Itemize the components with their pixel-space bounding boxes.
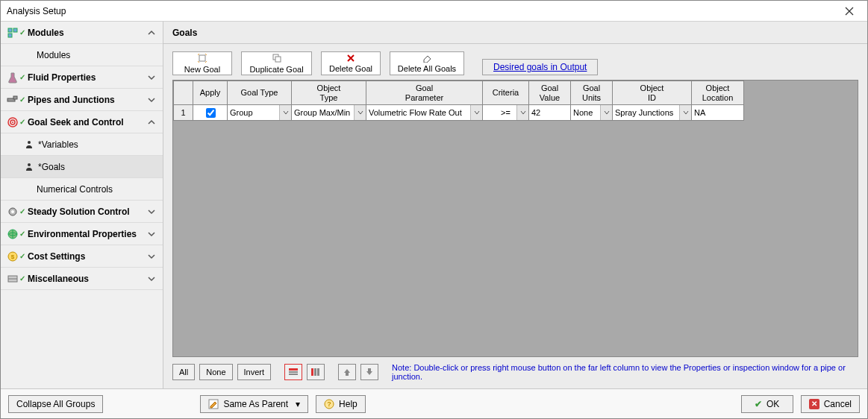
bottom-bar: Collapse All Groups Same As Parent ▾ ? H… <box>1 388 867 418</box>
col-header-criteria[interactable]: Criteria <box>483 81 529 105</box>
svg-text:$: $ <box>11 253 15 260</box>
ok-button[interactable]: ✔ OK <box>741 395 793 413</box>
select-none-button[interactable]: None <box>199 364 232 380</box>
col-header-goal-units[interactable]: GoalUnits <box>571 81 613 105</box>
sidebar-group-steady-solution[interactable]: ✓ Steady Solution Control <box>1 201 163 223</box>
flask-icon: ✓ <box>7 72 28 84</box>
highlight-row-button[interactable] <box>284 364 302 380</box>
col-header-object-location[interactable]: ObjectLocation <box>692 81 744 105</box>
sidebar-group-label: Miscellaneous <box>28 274 146 284</box>
sidebar-group-goal-seek[interactable]: ✓ Goal Seek and Control <box>1 111 163 133</box>
svg-rect-4 <box>13 96 17 99</box>
chevron-down-icon[interactable] <box>679 105 691 120</box>
cell-goal-value[interactable]: 42 <box>529 105 571 121</box>
row-index[interactable]: 1 <box>174 105 193 121</box>
chevron-down-icon[interactable] <box>470 105 482 120</box>
cancel-button[interactable]: ✕ Cancel <box>801 395 860 413</box>
svg-rect-19 <box>275 57 281 62</box>
cell-object-location[interactable]: NA <box>692 105 744 121</box>
button-label: Same As Parent <box>223 399 288 409</box>
duplicate-goal-button[interactable]: Duplicate Goal <box>241 51 312 75</box>
column-icon <box>310 368 321 377</box>
sidebar-group-label: Goal Seek and Control <box>28 117 146 127</box>
check-icon: ✓ <box>19 230 25 238</box>
sidebar-group-label: Cost Settings <box>28 251 146 262</box>
chevron-down-icon <box>146 72 157 83</box>
delete-all-goals-button[interactable]: Delete All Goals <box>390 51 464 75</box>
close-button[interactable] <box>837 3 861 19</box>
desired-goals-link[interactable]: Desired goals in Output <box>482 59 598 75</box>
chevron-down-icon[interactable] <box>516 105 528 120</box>
select-all-button[interactable]: All <box>172 364 195 380</box>
cell-criteria[interactable]: >= <box>483 105 529 121</box>
sidebar-group-environmental[interactable]: ✓ Environmental Properties <box>1 223 163 245</box>
cell-object-id[interactable]: Spray Junctions <box>613 105 692 121</box>
titlebar: Analysis Setup <box>1 1 867 22</box>
cell-apply[interactable] <box>193 105 228 121</box>
col-header-goal-parameter[interactable]: GoalParameter <box>366 81 483 105</box>
cell-goal-parameter[interactable]: Volumetric Flow Rate Out <box>366 105 483 121</box>
highlight-column-button[interactable] <box>307 364 325 380</box>
col-header-goal-value[interactable]: GoalValue <box>529 81 571 105</box>
sidebar-item-variables[interactable]: *Variables <box>1 133 163 156</box>
sidebar-item-modules[interactable]: Modules <box>1 44 163 66</box>
sidebar-group-fluid-properties[interactable]: ✓ Fluid Properties <box>1 66 163 89</box>
sidebar-group-cost[interactable]: $ ✓ Cost Settings <box>1 245 163 268</box>
delete-goal-button[interactable]: Delete Goal <box>321 51 381 75</box>
chevron-down-icon[interactable] <box>279 105 291 120</box>
apply-checkbox[interactable] <box>206 108 216 118</box>
cell-goal-type[interactable]: Group <box>228 105 292 121</box>
person-icon <box>25 163 38 171</box>
sidebar-group-label: Modules <box>28 28 146 38</box>
invert-selection-button[interactable]: Invert <box>237 364 272 380</box>
new-goal-button[interactable]: New Goal <box>172 51 232 75</box>
collapse-all-groups-button[interactable]: Collapse All Groups <box>8 395 103 413</box>
chevron-up-icon <box>146 117 157 127</box>
col-header-goal-type[interactable]: Goal Type <box>228 81 292 105</box>
col-header-apply[interactable]: Apply <box>193 81 228 105</box>
chevron-down-icon[interactable] <box>600 105 612 120</box>
chevron-down-icon <box>146 95 157 105</box>
col-header-object-type[interactable]: ObjectType <box>292 81 366 105</box>
check-icon: ✓ <box>19 118 25 126</box>
sidebar-group-misc[interactable]: ✓ Miscellaneous <box>1 268 163 290</box>
main-panel: Goals New Goal Duplicate Goal <box>163 22 867 388</box>
cell-object-type[interactable]: Group Max/Min <box>292 105 366 121</box>
duplicate-icon <box>272 53 282 63</box>
svg-rect-1 <box>13 28 17 32</box>
same-as-parent-button[interactable]: Same As Parent ▾ <box>200 395 308 413</box>
sidebar-group-pipes-junctions[interactable]: ✓ Pipes and Junctions <box>1 89 163 111</box>
help-button[interactable]: ? Help <box>316 395 366 413</box>
button-label: Cancel <box>824 399 852 409</box>
edit-icon <box>208 399 219 409</box>
grid-row[interactable]: 1 Group Group Max/Min Volumetric Flow Ra… <box>174 105 744 121</box>
sidebar-group-modules[interactable]: ✓ Modules <box>1 22 163 44</box>
sidebar-item-numerical-controls[interactable]: Numerical Controls <box>1 178 163 201</box>
button-label: Duplicate Goal <box>249 65 303 74</box>
sidebar-item-label: *Goals <box>38 162 157 172</box>
sidebar-group-label: Environmental Properties <box>28 229 146 239</box>
button-label: OK <box>766 399 779 409</box>
col-header-object-id[interactable]: ObjectID <box>613 81 692 105</box>
analysis-setup-window: { "title": "Analysis Setup", "sidebar": … <box>0 0 868 419</box>
move-up-button[interactable] <box>338 364 356 380</box>
svg-rect-21 <box>289 371 298 373</box>
button-label: New Goal <box>184 65 220 74</box>
col-header-index <box>174 81 193 105</box>
cell-goal-units[interactable]: None <box>571 105 613 121</box>
sidebar-item-goals[interactable]: *Goals <box>1 156 163 178</box>
svg-rect-25 <box>317 368 319 376</box>
check-icon: ✓ <box>19 252 25 260</box>
move-down-button[interactable] <box>360 364 378 380</box>
globe-icon: ✓ <box>7 228 28 240</box>
svg-text:?: ? <box>327 400 331 408</box>
delete-icon <box>346 54 355 63</box>
sidebar-item-label: *Variables <box>38 139 157 150</box>
check-icon: ✓ <box>19 73 25 81</box>
chevron-down-icon[interactable] <box>354 105 366 120</box>
check-icon: ✓ <box>19 207 25 215</box>
target-icon: ✓ <box>7 116 28 128</box>
svg-point-9 <box>28 163 31 166</box>
check-icon: ✔ <box>755 399 762 409</box>
row-icon <box>288 368 299 377</box>
